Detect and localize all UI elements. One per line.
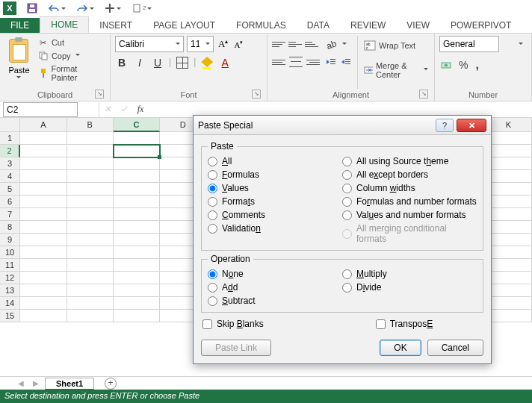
cell[interactable] (114, 221, 160, 234)
row-header[interactable]: 13 (0, 284, 20, 297)
cell[interactable] (486, 157, 532, 170)
paste-option[interactable]: Values (208, 183, 342, 193)
close-button[interactable]: ✕ (457, 119, 486, 132)
paste-link-button[interactable]: Paste Link (201, 340, 271, 356)
tab-powerpivot[interactable]: POWERPIVOT (440, 18, 522, 33)
cell[interactable] (20, 284, 66, 297)
cell[interactable] (20, 259, 66, 272)
row-header[interactable]: 7 (0, 208, 20, 221)
italic-button[interactable]: I (133, 57, 146, 71)
column-header[interactable]: C (114, 118, 160, 132)
shrink-font-button[interactable]: A▾ (232, 40, 244, 49)
op-option[interactable]: Add (208, 282, 342, 293)
cell[interactable] (114, 145, 160, 157)
cell[interactable] (20, 297, 66, 310)
new-sheet-button[interactable]: + (105, 378, 117, 390)
cut-button[interactable]: ✂Cut (37, 36, 105, 49)
row-header[interactable]: 12 (0, 272, 20, 284)
align-center[interactable] (288, 55, 303, 69)
font-name-combo[interactable] (115, 36, 184, 52)
row-header[interactable]: 9 (0, 234, 20, 246)
paste-option[interactable]: Comments (208, 210, 342, 220)
align-bottom[interactable] (305, 37, 320, 51)
paste-option[interactable]: Formulas (208, 169, 342, 180)
number-format-combo[interactable] (439, 36, 499, 52)
cell[interactable] (486, 297, 532, 310)
row-header[interactable]: 14 (0, 297, 20, 310)
grow-font-button[interactable]: A▴ (217, 38, 229, 50)
cell[interactable] (20, 246, 66, 259)
cell[interactable] (486, 208, 532, 221)
row-header[interactable]: 11 (0, 259, 20, 272)
cell[interactable] (114, 284, 160, 297)
accounting-format-button[interactable] (439, 57, 453, 73)
bold-button[interactable]: B (115, 57, 129, 71)
redo-icon[interactable] (76, 4, 94, 13)
cell[interactable] (20, 170, 66, 183)
print-preview-icon[interactable]: 2 (132, 3, 152, 13)
save-icon[interactable] (27, 3, 37, 13)
cell[interactable] (114, 157, 160, 170)
tab-review[interactable]: REVIEW (340, 18, 396, 33)
row-header[interactable]: 5 (0, 183, 20, 196)
ok-button[interactable]: OK (380, 340, 421, 356)
sheet-nav-next[interactable]: ▶ (30, 379, 42, 387)
cancel-fx-icon[interactable]: ✕ (99, 104, 116, 115)
cell[interactable] (67, 272, 114, 284)
cell[interactable] (114, 246, 160, 259)
align-left[interactable] (272, 55, 287, 69)
paste-option[interactable]: All using Source theme (342, 156, 477, 166)
font-size-combo[interactable] (187, 36, 214, 52)
cell[interactable] (20, 272, 66, 284)
comma-button[interactable]: , (474, 57, 480, 73)
enter-fx-icon[interactable]: ✓ (116, 104, 132, 115)
cell[interactable] (486, 183, 532, 196)
cell[interactable] (67, 145, 114, 157)
cell[interactable] (486, 170, 532, 183)
op-option[interactable]: Divide (342, 282, 477, 293)
cell[interactable] (67, 183, 114, 196)
increase-indent-button[interactable] (339, 55, 353, 69)
tab-file[interactable]: FILE (0, 18, 40, 33)
wrap-text-button[interactable]: abcWrap Text (362, 39, 430, 52)
cell[interactable] (486, 221, 532, 234)
cell[interactable] (67, 284, 114, 297)
merge-center-button[interactable]: Merge & Center (362, 60, 430, 81)
cell[interactable] (114, 183, 160, 196)
align-right[interactable] (305, 55, 320, 69)
cell[interactable] (114, 259, 160, 272)
font-color-button[interactable]: A (218, 57, 232, 71)
cell[interactable] (20, 132, 66, 145)
tab-page-layout[interactable]: PAGE LAYOUT (143, 18, 226, 33)
paste-option[interactable]: Validation (208, 223, 342, 234)
help-button[interactable]: ? (436, 119, 454, 132)
tab-insert[interactable]: INSERT (89, 18, 143, 33)
tab-data[interactable]: DATA (297, 18, 340, 33)
alignment-launcher[interactable]: ↘ (419, 90, 428, 99)
cell[interactable] (486, 310, 532, 322)
cell[interactable] (486, 284, 532, 297)
cancel-button[interactable]: Cancel (427, 340, 483, 356)
cell[interactable] (20, 145, 66, 157)
paste-option[interactable]: All except borders (342, 169, 477, 180)
tab-view[interactable]: VIEW (396, 18, 440, 33)
align-middle[interactable] (288, 37, 303, 51)
paste-option[interactable]: All (208, 156, 342, 166)
cell[interactable] (486, 259, 532, 272)
paste-option[interactable]: Values and number formats (342, 210, 477, 220)
op-option[interactable]: None (208, 269, 342, 279)
cell[interactable] (20, 208, 66, 221)
cell[interactable] (67, 132, 114, 145)
row-header[interactable]: 8 (0, 221, 20, 234)
paste-option[interactable]: Formulas and number formats (342, 196, 477, 207)
cell[interactable] (67, 157, 114, 170)
row-header[interactable]: 10 (0, 246, 20, 259)
undo-icon[interactable] (48, 4, 66, 13)
cell[interactable] (114, 132, 160, 145)
sheet-tab-active[interactable]: Sheet1 (45, 378, 94, 390)
row-header[interactable]: 1 (0, 132, 20, 145)
cell[interactable] (486, 196, 532, 208)
touch-mode-icon[interactable] (105, 3, 121, 13)
cell[interactable] (67, 234, 114, 246)
skip-blanks-checkbox[interactable]: Skip Blanks (202, 319, 264, 329)
